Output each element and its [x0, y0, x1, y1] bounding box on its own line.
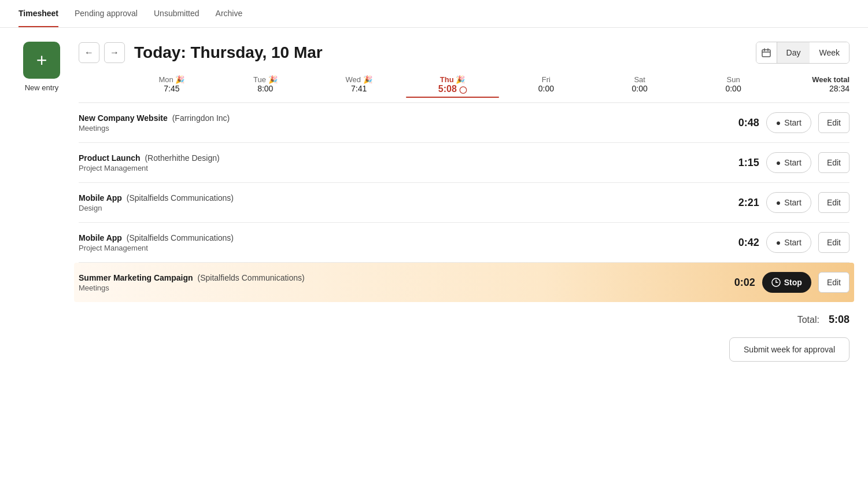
total-value: 5:08	[829, 314, 849, 326]
clock-icon: ●	[776, 118, 781, 127]
calendar-icon	[762, 48, 771, 57]
start-button[interactable]: ● Start	[766, 192, 811, 213]
entry-project: Mobile App	[79, 193, 122, 203]
svg-rect-0	[762, 50, 770, 57]
day-tue-hours: 8:00	[219, 84, 312, 93]
edit-button[interactable]: Edit	[818, 232, 849, 253]
day-sun-hours: 0:00	[686, 84, 780, 93]
day-sat[interactable]: Sat 0:00	[593, 75, 686, 98]
new-entry-label: New entry	[25, 83, 59, 92]
week-total-label: Week total	[780, 75, 849, 84]
week-view-button[interactable]: Week	[810, 42, 849, 63]
entry-project: Summer Marketing Campaign	[79, 273, 193, 282]
day-wed[interactable]: Wed 🎉 7:41	[312, 75, 406, 98]
table-row: Product Launch (Rotherhithe Design) Proj…	[79, 143, 849, 183]
day-wed-hours: 7:41	[312, 84, 406, 93]
date-header: ← → Today: Thursday, 10 Mar Day Week	[79, 42, 849, 64]
week-days-header: Mon 🎉 7:45 Tue 🎉 8:00 Wed 🎉 7:41 Thu 🎉 5…	[79, 75, 849, 103]
day-sun-name: Sun	[686, 75, 780, 84]
main-content: + New entry ← → Today: Thursday, 10 Mar	[0, 28, 868, 380]
day-mon-name: Mon 🎉	[125, 75, 219, 84]
entry-task: Project Management	[79, 244, 718, 252]
tab-pending-approval[interactable]: Pending approval	[75, 1, 138, 27]
tab-archive[interactable]: Archive	[216, 1, 243, 27]
entry-project-line: Summer Marketing Campaign (Spitalfields …	[79, 273, 714, 282]
edit-button[interactable]: Edit	[818, 112, 849, 133]
day-mon-hours: 7:45	[125, 84, 219, 93]
day-wed-name: Wed 🎉	[312, 75, 406, 84]
entry-task: Meetings	[79, 284, 714, 292]
entry-info: Summer Marketing Campaign (Spitalfields …	[79, 273, 714, 292]
entry-client: (Spitalfields Communications)	[127, 193, 234, 203]
clock-icon: ●	[776, 198, 781, 207]
submit-week-button[interactable]: Submit week for approval	[729, 337, 849, 362]
view-toggle: Day Week	[756, 42, 849, 64]
content-area: ← → Today: Thursday, 10 Mar Day Week	[79, 42, 849, 366]
next-week-button[interactable]: →	[104, 42, 125, 63]
entry-project-line: Product Launch (Rotherhithe Design)	[79, 153, 718, 163]
entry-client: (Farringdon Inc)	[172, 113, 230, 123]
entry-info: New Company Website (Farringdon Inc) Mee…	[79, 113, 718, 133]
entry-duration: 0:02	[721, 277, 755, 289]
total-row: Total: 5:08	[79, 302, 849, 333]
stop-button[interactable]: Stop	[762, 272, 811, 293]
clock-icon: ●	[776, 238, 781, 247]
entry-task: Project Management	[79, 164, 718, 172]
day-fri-name: Fri	[499, 75, 593, 84]
entry-project-line: New Company Website (Farringdon Inc)	[79, 113, 718, 123]
day-thu-underline	[406, 97, 500, 98]
tab-unsubmitted[interactable]: Unsubmitted	[154, 1, 200, 27]
plus-icon: +	[36, 51, 47, 69]
entry-duration: 1:15	[725, 157, 759, 169]
edit-button[interactable]: Edit	[818, 152, 849, 173]
table-row: New Company Website (Farringdon Inc) Mee…	[79, 103, 849, 143]
entry-info: Product Launch (Rotherhithe Design) Proj…	[79, 153, 718, 172]
entry-info: Mobile App (Spitalfields Communications)…	[79, 193, 718, 212]
day-view-button[interactable]: Day	[777, 42, 810, 63]
table-row: Summer Marketing Campaign (Spitalfields …	[74, 263, 854, 302]
entry-duration: 0:48	[725, 117, 759, 129]
day-fri-hours: 0:00	[499, 84, 593, 93]
entry-task: Design	[79, 204, 718, 212]
edit-button[interactable]: Edit	[818, 272, 849, 293]
entry-project: New Company Website	[79, 113, 168, 123]
entry-client: (Rotherhithe Design)	[145, 153, 219, 163]
entry-client: (Spitalfields Communications)	[127, 233, 234, 242]
current-date-title: Today: Thursday, 10 Mar	[134, 43, 323, 62]
week-total-hours: 28:34	[780, 84, 849, 93]
calendar-icon-button[interactable]	[756, 42, 777, 63]
entry-info: Mobile App (Spitalfields Communications)…	[79, 233, 718, 252]
day-sun[interactable]: Sun 0:00	[686, 75, 780, 98]
week-total: Week total 28:34	[780, 75, 849, 98]
top-navigation: Timesheet Pending approval Unsubmitted A…	[0, 0, 868, 28]
spacer	[79, 75, 125, 98]
submit-row: Submit week for approval	[79, 333, 849, 366]
entry-duration: 2:21	[725, 197, 759, 209]
new-entry-button[interactable]: +	[23, 42, 60, 79]
edit-button[interactable]: Edit	[818, 192, 849, 213]
start-button[interactable]: ● Start	[766, 232, 811, 253]
active-timer-icon: ◯	[459, 86, 467, 94]
day-thu[interactable]: Thu 🎉 5:08 ◯	[406, 75, 500, 98]
entry-project: Product Launch	[79, 153, 141, 163]
entry-task: Meetings	[79, 124, 718, 133]
table-row: Mobile App (Spitalfields Communications)…	[79, 223, 849, 263]
entry-duration: 0:42	[725, 237, 759, 249]
start-button[interactable]: ● Start	[766, 112, 811, 133]
day-fri[interactable]: Fri 0:00	[499, 75, 593, 98]
day-sat-name: Sat	[593, 75, 686, 84]
day-thu-name: Thu 🎉	[406, 75, 500, 84]
entry-client: (Spitalfields Communications)	[198, 273, 305, 282]
entry-project: Mobile App	[79, 233, 122, 242]
tab-timesheet[interactable]: Timesheet	[19, 1, 58, 27]
start-button[interactable]: ● Start	[766, 152, 811, 173]
day-tue[interactable]: Tue 🎉 8:00	[219, 75, 312, 98]
total-label: Total:	[797, 315, 819, 325]
day-sat-hours: 0:00	[593, 84, 686, 93]
entry-project-line: Mobile App (Spitalfields Communications)	[79, 233, 718, 242]
table-row: Mobile App (Spitalfields Communications)…	[79, 183, 849, 223]
day-mon[interactable]: Mon 🎉 7:45	[125, 75, 219, 98]
day-tue-name: Tue 🎉	[219, 75, 312, 84]
prev-week-button[interactable]: ←	[79, 42, 99, 63]
time-entries: New Company Website (Farringdon Inc) Mee…	[79, 103, 849, 302]
